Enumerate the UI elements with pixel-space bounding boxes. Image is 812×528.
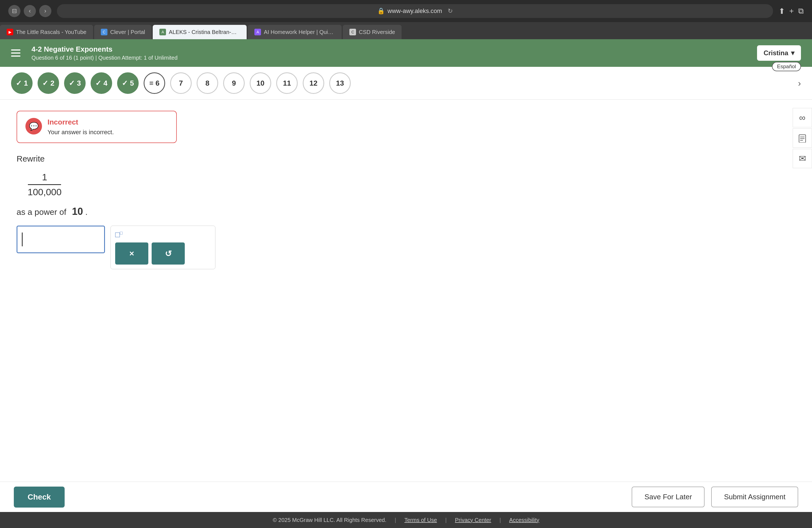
question-btn-7[interactable]: 7 (170, 72, 192, 94)
share-icon[interactable]: ⬆ (779, 6, 785, 16)
question-btn-1[interactable]: ✓ 1 (11, 72, 33, 94)
save-later-button[interactable]: Save For Later (632, 487, 705, 507)
chevron-down-icon: ▾ (791, 49, 794, 57)
incorrect-description: Your answer is incorrect. (47, 129, 114, 136)
question-btn-2[interactable]: ✓ 2 (38, 72, 59, 94)
incorrect-title: Incorrect (47, 118, 114, 127)
undo-button[interactable]: ↺ (151, 243, 185, 265)
address-bar[interactable]: 🔒 www-awy.aleks.com ↻ (57, 4, 773, 18)
submit-assignment-button[interactable]: Submit Assignment (711, 487, 798, 507)
bottom-bar: Check Save For Later Submit Assignment (0, 482, 812, 512)
fraction-denominator: 100,000 (28, 185, 62, 197)
fraction-numerator: 1 (42, 172, 47, 184)
hamburger-menu[interactable] (11, 47, 23, 59)
mail-tool-button[interactable]: ✉ (793, 149, 812, 168)
footer: © 2025 McGraw Hill LLC. All Rights Reser… (0, 512, 812, 528)
url-text: www-awy.aleks.com (388, 8, 442, 15)
accessibility-link[interactable]: Accessibility (509, 517, 539, 523)
tab-clever[interactable]: C Clever | Portal (94, 25, 151, 39)
question-btn-6[interactable]: ≡ 6 (144, 72, 165, 94)
math-input-box[interactable] (17, 225, 105, 253)
forward-button[interactable]: › (39, 5, 52, 17)
question-nav: ✓ 1 ✓ 2 ✓ 3 ✓ 4 ✓ 5 ≡ 6 7 8 9 10 11 12 1… (0, 67, 812, 100)
exponent-symbol[interactable]: □□ (115, 230, 122, 239)
side-toolbar: ∞ ✉ (793, 108, 812, 168)
nav-next-arrow[interactable]: › (798, 78, 801, 88)
tab-favicon-youtube: ▶ (6, 29, 13, 35)
incorrect-text: Incorrect Your answer is incorrect. (47, 118, 114, 136)
header-right: Cristina ▾ (757, 45, 801, 61)
header-title: 4-2 Negative Exponents Question 6 of 16 … (31, 45, 178, 61)
keyboard-buttons: × ↺ (115, 243, 211, 265)
browser-actions: ⬆ + ⧉ (779, 6, 804, 16)
header-left: 4-2 Negative Exponents Question 6 of 16 … (11, 45, 178, 61)
lock-icon: 🔒 (377, 8, 385, 15)
question-btn-4[interactable]: ✓ 4 (91, 72, 112, 94)
tabs-view-icon[interactable]: ⧉ (798, 6, 804, 16)
back-button[interactable]: ‹ (24, 5, 36, 17)
tab-label-aleks: ALEKS - Cristina Beltran-Giudice - 4-2 N… (169, 29, 240, 35)
incorrect-feedback: 💬 Incorrect Your answer is incorrect. (17, 111, 177, 143)
tab-favicon-aleks: A (159, 29, 166, 35)
content-area: ∞ ✉ 💬 Incorrect Your answer is incorrect… (0, 100, 812, 512)
terms-link[interactable]: Terms of Use (404, 517, 437, 523)
math-keyboard: □□ × ↺ (111, 225, 215, 269)
tab-favicon-aihomework: A (255, 29, 261, 35)
browser-titlebar: ⊟ ‹ › 🔒 www-awy.aleks.com ↻ ⬆ + ⧉ (0, 0, 812, 22)
tab-aleks[interactable]: A ALEKS - Cristina Beltran-Giudice - 4-2… (153, 25, 247, 39)
question-body: 💬 Incorrect Your answer is incorrect. Re… (0, 100, 812, 482)
tab-favicon-csd: C (349, 29, 356, 35)
nav-wrapper: ✓ 1 ✓ 2 ✓ 3 ✓ 4 ✓ 5 ≡ 6 7 8 9 10 11 12 1… (0, 67, 812, 100)
bottom-right-actions: Save For Later Submit Assignment (632, 487, 798, 507)
text-cursor (22, 233, 23, 246)
tab-label-csd: CSD Riverside (359, 29, 395, 35)
tab-csd[interactable]: C CSD Riverside (343, 25, 402, 39)
sidebar-toggle[interactable]: ⊟ (8, 5, 20, 17)
tab-label-youtube: The Little Rascals - YouTube (16, 29, 86, 35)
main-content: 4-2 Negative Exponents Question 6 of 16 … (0, 39, 812, 528)
tab-label-aihomework: AI Homework Helper | Quizgecko (264, 29, 335, 35)
lesson-name: 4-2 Negative Exponents (31, 45, 178, 54)
keyboard-top: □□ (115, 230, 211, 239)
question-btn-10[interactable]: 10 (250, 72, 271, 94)
question-btn-3[interactable]: ✓ 3 (64, 72, 86, 94)
aleks-header: 4-2 Negative Exponents Question 6 of 16 … (0, 39, 812, 67)
power-label: as a power of 10 . (17, 206, 795, 217)
browser-controls: ⊟ ‹ › (8, 5, 52, 17)
check-button[interactable]: Check (14, 487, 64, 508)
question-btn-13[interactable]: 13 (329, 72, 351, 94)
privacy-link[interactable]: Privacy Center (455, 517, 491, 523)
question-btn-9[interactable]: 9 (223, 72, 245, 94)
rewrite-label: Rewrite (17, 154, 795, 163)
clear-button[interactable]: × (115, 243, 148, 265)
question-btn-8[interactable]: 8 (197, 72, 218, 94)
incorrect-icon: 💬 (25, 118, 42, 134)
infinity-tool-button[interactable]: ∞ (793, 108, 812, 127)
new-tab-icon[interactable]: + (789, 6, 794, 15)
tab-favicon-clever: C (101, 29, 107, 35)
question-btn-11[interactable]: 11 (276, 72, 298, 94)
notes-icon (798, 134, 807, 143)
user-menu-button[interactable]: Cristina ▾ (757, 45, 801, 61)
question-btn-12[interactable]: 12 (303, 72, 324, 94)
notes-tool-button[interactable] (793, 128, 812, 148)
tab-youtube[interactable]: ▶ The Little Rascals - YouTube (0, 25, 93, 39)
question-btn-5[interactable]: ✓ 5 (117, 72, 139, 94)
power-base: 10 (72, 206, 83, 217)
tab-label-clever: Clever | Portal (110, 29, 145, 35)
user-name: Cristina (764, 49, 788, 57)
copyright-text: © 2025 McGraw Hill LLC. All Rights Reser… (273, 517, 387, 523)
question-info: Question 6 of 16 (1 point) | Question At… (31, 55, 178, 61)
tab-aihomework[interactable]: A AI Homework Helper | Quizgecko (248, 25, 342, 39)
fraction: 1 100,000 (28, 172, 62, 197)
browser-tabs: ▶ The Little Rascals - YouTube C Clever … (0, 22, 812, 39)
input-row: □□ × ↺ (17, 225, 795, 269)
reload-icon[interactable]: ↻ (448, 8, 453, 15)
espanol-button[interactable]: Español (772, 62, 801, 71)
